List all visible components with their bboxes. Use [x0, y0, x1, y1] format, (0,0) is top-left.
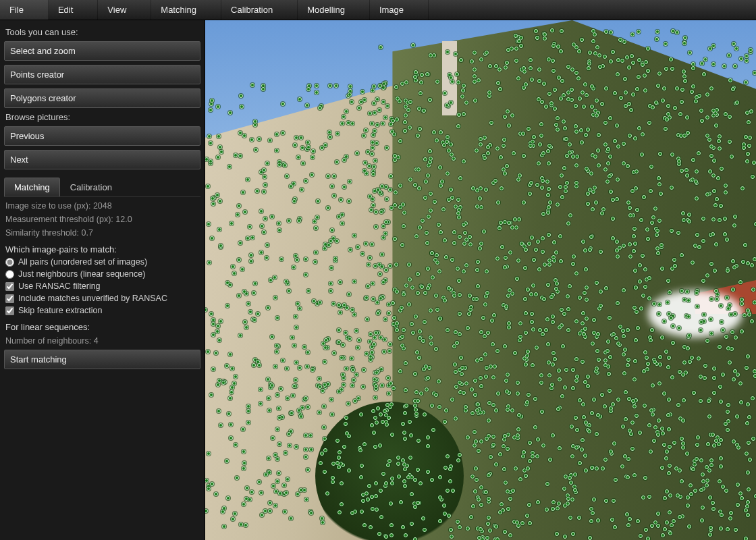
feature-point: [454, 330, 458, 334]
feature-point: [414, 412, 418, 416]
feature-point: [492, 313, 496, 317]
tool-polygons-creator-button[interactable]: Polygons creator: [4, 88, 200, 108]
feature-point: [636, 519, 640, 523]
feature-point: [507, 321, 511, 325]
tab-calibration[interactable]: Calibration: [60, 178, 122, 196]
menu-matching[interactable]: Matching: [151, 0, 221, 20]
feature-point: [626, 475, 630, 479]
feature-point: [685, 173, 689, 178]
check-skip-feature-extraction[interactable]: Skip feature extraction: [5, 306, 199, 315]
feature-point: [426, 286, 430, 290]
feature-point: [593, 186, 597, 190]
feature-point: [716, 292, 720, 296]
feature-point: [665, 450, 669, 454]
next-button[interactable]: Next: [4, 150, 200, 169]
feature-point: [414, 315, 418, 319]
feature-point: [566, 497, 570, 501]
feature-point: [403, 411, 407, 415]
tool-select-zoom-button[interactable]: Select and zoom: [4, 41, 200, 61]
check-skip-feature-extraction-input[interactable]: [5, 306, 14, 315]
tab-matching[interactable]: Matching: [4, 178, 60, 196]
feature-point: [403, 484, 407, 488]
feature-point: [306, 87, 310, 91]
feature-point: [430, 251, 434, 255]
feature-point: [661, 99, 665, 103]
feature-point: [659, 243, 664, 247]
radio-all-pairs[interactable]: All pairs (unordered set of images): [5, 257, 199, 267]
tool-points-creator-button[interactable]: Points creator: [4, 65, 200, 84]
menu-file[interactable]: File: [0, 0, 49, 20]
feature-point: [510, 113, 514, 117]
feature-point: [526, 288, 530, 292]
radio-just-neighbours[interactable]: Just neighbours (linear sequence): [5, 269, 199, 279]
feature-point: [647, 296, 651, 300]
previous-button[interactable]: Previous: [4, 126, 200, 146]
radio-just-neighbours-input[interactable]: [5, 270, 14, 279]
feature-point: [616, 398, 620, 402]
feature-point: [574, 124, 578, 128]
feature-point: [229, 436, 233, 440]
feature-point: [252, 318, 256, 322]
feature-point: [230, 221, 234, 225]
feature-point: [416, 272, 420, 276]
feature-point: [238, 333, 242, 338]
feature-point: [699, 109, 703, 113]
feature-point: [486, 522, 490, 526]
feature-point: [321, 389, 325, 393]
feature-point: [690, 356, 694, 360]
menu-modelling[interactable]: Modelling: [298, 0, 370, 20]
feature-point: [454, 370, 458, 374]
feature-point: [484, 490, 488, 494]
feature-point: [494, 462, 498, 466]
feature-point: [266, 377, 270, 381]
feature-point: [676, 403, 680, 407]
feature-point: [408, 100, 412, 104]
check-include-unverified[interactable]: Include matches unverified by RANSAC: [5, 294, 199, 303]
feature-point: [753, 71, 756, 75]
feature-point: [426, 173, 430, 178]
feature-point: [275, 427, 279, 431]
check-ransac-label: Use RANSAC filtering: [18, 281, 101, 291]
start-matching-button[interactable]: Start matching: [4, 350, 200, 369]
feature-point: [639, 218, 643, 222]
radio-all-pairs-input[interactable]: [5, 258, 14, 267]
feature-point: [535, 183, 539, 187]
feature-point: [371, 297, 375, 301]
param-similarity-threshold: Similarity threshold: 0.7: [5, 228, 199, 238]
check-ransac[interactable]: Use RANSAC filtering: [5, 281, 199, 291]
feature-point: [711, 109, 716, 113]
check-include-unverified-input[interactable]: [5, 294, 14, 303]
feature-point: [375, 123, 379, 127]
feature-point: [448, 467, 452, 471]
feature-point: [590, 466, 594, 470]
feature-point: [479, 384, 483, 388]
feature-point: [691, 261, 695, 265]
menu-calibration[interactable]: Calibration: [221, 0, 298, 20]
menu-view[interactable]: View: [98, 0, 151, 20]
feature-point: [603, 121, 608, 125]
feature-point: [707, 414, 711, 418]
feature-point: [678, 370, 682, 374]
feature-point: [402, 328, 406, 332]
feature-point: [380, 383, 384, 387]
feature-point: [387, 392, 391, 396]
feature-point: [373, 264, 377, 268]
image-viewport[interactable]: [205, 20, 756, 540]
feature-point: [574, 319, 578, 323]
feature-point: [518, 321, 522, 325]
feature-point: [572, 254, 576, 259]
feature-point: [302, 488, 306, 492]
feature-point: [740, 186, 745, 190]
check-ransac-input[interactable]: [5, 282, 14, 291]
feature-point: [655, 233, 659, 237]
menu-image[interactable]: Image: [370, 0, 429, 20]
feature-point: [632, 249, 636, 253]
feature-point: [685, 452, 689, 456]
feature-point: [553, 88, 557, 92]
feature-point: [416, 134, 420, 138]
feature-point: [277, 471, 281, 475]
feature-point: [636, 326, 640, 330]
feature-point: [221, 510, 225, 514]
feature-point: [695, 291, 699, 295]
menu-edit[interactable]: Edit: [49, 0, 98, 20]
